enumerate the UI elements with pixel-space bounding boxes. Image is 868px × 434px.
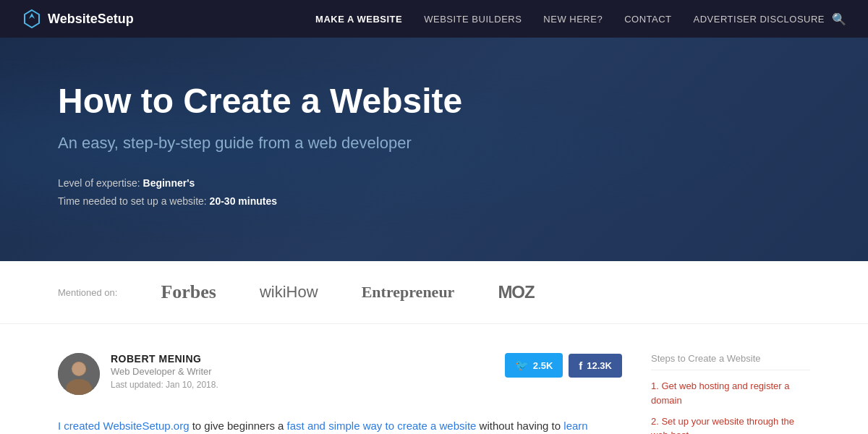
- sidebar-title: Steps to Create a Website: [651, 353, 810, 370]
- facebook-count: 12.3K: [587, 360, 612, 371]
- sidebar-links: 1. Get web hosting and register a domain…: [651, 379, 810, 434]
- facebook-share-button[interactable]: f 12.3K: [569, 354, 622, 378]
- sidebar-link-1[interactable]: 1. Get web hosting and register a domain: [651, 380, 790, 405]
- hero-title: How to Create a Website: [58, 81, 810, 121]
- expertise-label: Level of expertise:: [58, 177, 143, 189]
- share-buttons: 🐦 2.5K f 12.3K: [505, 353, 622, 378]
- nav-make-website[interactable]: MAKE A WEBSITE: [315, 14, 402, 25]
- author-name: ROBERT MENING: [111, 353, 494, 365]
- hero-meta: Level of expertise: Beginner's Time need…: [58, 174, 810, 210]
- entrepreneur-logo: Entrepreneur: [362, 283, 455, 302]
- hero-subtitle: An easy, step-by-step guide from a web d…: [58, 134, 810, 153]
- author-title: Web Developer & Writer: [111, 366, 494, 377]
- sidebar: Steps to Create a Website 1. Get web hos…: [651, 353, 810, 434]
- mentions-bar: Mentioned on: Forbes wikiHow Entrepreneu…: [0, 261, 868, 324]
- article-section: ROBERT MENING Web Developer & Writer Las…: [58, 353, 622, 434]
- nav-new-here[interactable]: NEW HERE?: [543, 14, 603, 25]
- list-item: 1. Get web hosting and register a domain: [651, 379, 810, 407]
- search-icon[interactable]: 🔍: [832, 12, 846, 26]
- author-info: ROBERT MENING Web Developer & Writer Las…: [111, 353, 494, 390]
- author-block: ROBERT MENING Web Developer & Writer Las…: [58, 353, 622, 395]
- hero-section: How to Create a Website An easy, step-by…: [0, 38, 868, 261]
- twitter-count: 2.5K: [533, 360, 553, 371]
- sidebar-link-2[interactable]: 2. Set up your website through the web h…: [651, 416, 794, 434]
- article-link-websitesetup[interactable]: I created WebsiteSetup.org: [58, 420, 190, 432]
- wikihow-logo: wikiHow: [260, 283, 318, 302]
- main-content: ROBERT MENING Web Developer & Writer Las…: [0, 324, 868, 434]
- avatar: [58, 353, 100, 395]
- article-paragraph: I created WebsiteSetup.org to give begin…: [58, 417, 622, 434]
- forbes-logo: Forbes: [161, 281, 216, 303]
- nav-advertiser[interactable]: ADVERTISER DISCLOSURE: [694, 14, 825, 25]
- hero-expertise: Level of expertise: Beginner's: [58, 174, 810, 192]
- twitter-share-button[interactable]: 🐦 2.5K: [505, 353, 563, 378]
- article-link-fast[interactable]: fast and simple way to create a website: [287, 420, 477, 432]
- logo-icon: [22, 9, 42, 29]
- nav-contact[interactable]: CONTACT: [624, 14, 671, 25]
- list-item: 2. Set up your website through the web h…: [651, 414, 810, 434]
- twitter-icon: 🐦: [515, 359, 529, 372]
- moz-logo: MOZ: [498, 282, 534, 302]
- nav-website-builders[interactable]: WEBSITE BUILDERS: [424, 14, 522, 25]
- svg-point-3: [72, 362, 85, 375]
- expertise-value: Beginner's: [143, 177, 195, 189]
- time-value: 20-30 minutes: [210, 195, 277, 207]
- hero-time: Time needed to set up a website: 20-30 m…: [58, 192, 810, 210]
- main-nav: WebsiteSetup MAKE A WEBSITE WEBSITE BUIL…: [0, 0, 868, 38]
- article-body: I created WebsiteSetup.org to give begin…: [58, 417, 622, 434]
- avatar-image: [58, 353, 100, 395]
- nav-links: MAKE A WEBSITE WEBSITE BUILDERS NEW HERE…: [315, 12, 825, 25]
- mentions-label: Mentioned on:: [58, 287, 117, 298]
- author-date: Last updated: Jan 10, 2018.: [111, 380, 494, 390]
- facebook-icon: f: [579, 359, 582, 372]
- logo-text: WebsiteSetup: [48, 12, 134, 27]
- site-logo[interactable]: WebsiteSetup: [22, 9, 134, 29]
- time-label: Time needed to set up a website:: [58, 195, 210, 207]
